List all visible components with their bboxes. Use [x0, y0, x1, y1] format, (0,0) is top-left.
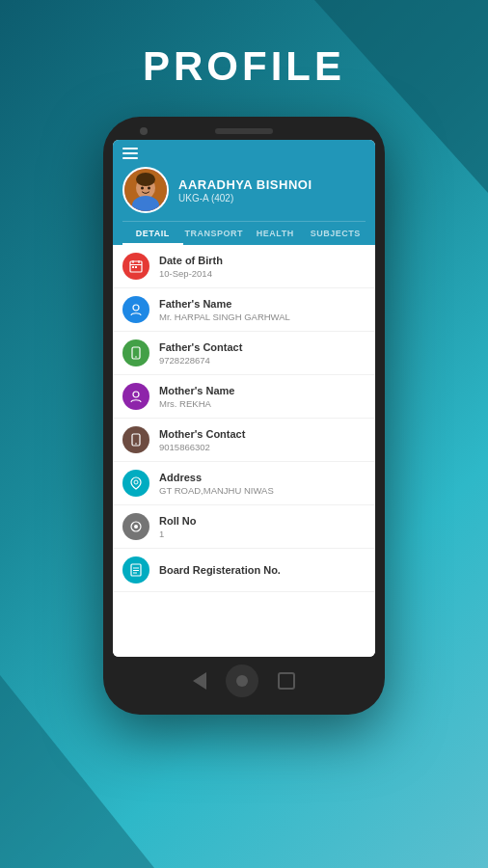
tab-subjects[interactable]: SUBJECTS: [306, 222, 366, 245]
mother-contact-content: Mother's Contact9015866302: [159, 427, 366, 452]
list-item-mother-contact: Mother's Contact9015866302: [113, 419, 375, 462]
phone-frame: AARADHYA BISHNOI UKG-A (402) DETAIL TRAN…: [103, 117, 385, 715]
mother-contact-value: 9015866302: [159, 442, 366, 452]
app-header-top: [122, 148, 366, 159]
phone-top-bar: [113, 128, 375, 134]
tab-detail[interactable]: DETAIL: [122, 222, 183, 245]
svg-rect-10: [132, 266, 134, 268]
address-label: Address: [159, 471, 366, 484]
phone-speaker: [215, 128, 273, 134]
hamburger-menu-icon[interactable]: [122, 148, 138, 159]
phone-bottom-nav: [113, 665, 375, 697]
back-button[interactable]: [193, 672, 206, 690]
list-item-roll-no: Roll No1: [113, 505, 375, 549]
mother-name-value: Mrs. REKHA: [159, 398, 366, 409]
roll-no-label: Roll No: [159, 514, 366, 528]
svg-point-3: [141, 187, 144, 190]
svg-point-14: [135, 356, 137, 358]
tab-transport[interactable]: TRANSPORT: [183, 222, 246, 245]
phone-screen: AARADHYA BISHNOI UKG-A (402) DETAIL TRAN…: [113, 140, 375, 657]
father-contact-content: Father's Contact9728228674: [159, 340, 366, 366]
avatar-image: [124, 169, 167, 211]
board-reg-content: Board Registeration No.: [159, 563, 366, 577]
list-item-mother-name: Mother's NameMrs. REKHA: [113, 375, 375, 419]
svg-point-17: [135, 443, 137, 445]
mother-name-label: Mother's Name: [159, 384, 366, 397]
father-contact-icon: [122, 339, 149, 366]
app-header: AARADHYA BISHNOI UKG-A (402) DETAIL TRAN…: [113, 140, 375, 245]
father-contact-value: 9728228674: [159, 355, 366, 366]
svg-point-12: [133, 305, 139, 311]
father-name-value: Mr. HARPAL SINGH GARHWAL: [159, 312, 366, 322]
list-item-address: AddressGT ROAD,MANJHU NIWAS: [113, 462, 375, 505]
roll-no-content: Roll No1: [159, 514, 366, 539]
svg-point-2: [136, 173, 155, 186]
svg-point-15: [133, 392, 139, 397]
svg-point-18: [134, 480, 138, 484]
phone-camera: [140, 127, 148, 135]
dob-content: Date of Birth10-Sep-2014: [159, 254, 366, 279]
father-name-label: Father's Name: [159, 297, 366, 311]
mother-name-content: Mother's NameMrs. REKHA: [159, 384, 366, 409]
list-item-board-reg: Board Registeration No.: [113, 549, 375, 592]
student-name: AARADHYA BISHNOI: [178, 177, 312, 192]
mother-contact-icon: [122, 426, 149, 453]
tabs-bar: DETAIL TRANSPORT HEALTH SUBJECTS: [122, 221, 366, 245]
list-item-father-name: Father's NameMr. HARPAL SINGH GARHWAL: [113, 288, 375, 332]
dob-value: 10-Sep-2014: [159, 268, 366, 279]
home-button[interactable]: [226, 665, 258, 697]
tab-health[interactable]: HEALTH: [245, 222, 306, 245]
svg-point-25: [236, 675, 248, 687]
svg-point-20: [134, 525, 138, 529]
dob-label: Date of Birth: [159, 254, 366, 267]
student-class: UKG-A (402): [178, 193, 312, 203]
page-title: PROFILE: [143, 43, 345, 90]
address-content: AddressGT ROAD,MANJHU NIWAS: [159, 471, 366, 496]
content-list: Date of Birth10-Sep-2014Father's NameMr.…: [113, 245, 375, 657]
recents-button[interactable]: [278, 672, 295, 690]
profile-section: AARADHYA BISHNOI UKG-A (402): [122, 167, 366, 213]
address-icon: [122, 470, 149, 497]
mother-name-icon: [122, 383, 149, 410]
father-name-content: Father's NameMr. HARPAL SINGH GARHWAL: [159, 297, 366, 322]
list-item-dob: Date of Birth10-Sep-2014: [113, 245, 375, 288]
address-value: GT ROAD,MANJHU NIWAS: [159, 485, 366, 496]
board-reg-label: Board Registeration No.: [159, 563, 366, 577]
mother-contact-label: Mother's Contact: [159, 427, 366, 441]
dob-icon: [122, 253, 149, 280]
list-item-father-contact: Father's Contact9728228674: [113, 332, 375, 375]
board-reg-icon: [122, 556, 149, 583]
roll-no-icon: [122, 513, 149, 540]
svg-point-4: [148, 187, 150, 190]
father-contact-label: Father's Contact: [159, 340, 366, 354]
svg-rect-11: [135, 266, 137, 268]
roll-no-value: 1: [159, 529, 366, 539]
father-name-icon: [122, 296, 149, 323]
student-info: AARADHYA BISHNOI UKG-A (402): [178, 177, 312, 203]
home-icon: [235, 674, 249, 688]
avatar: [122, 167, 169, 213]
